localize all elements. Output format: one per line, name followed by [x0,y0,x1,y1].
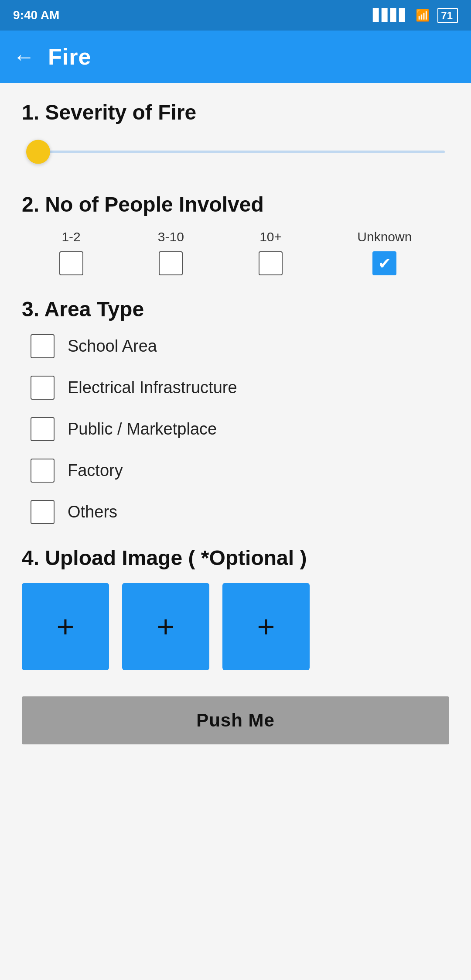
area-label-others: Others [68,503,117,521]
page-title: Fire [48,44,91,70]
back-button[interactable]: ← [13,46,35,68]
area-option-school[interactable]: School Area [31,334,449,358]
area-checkbox-school[interactable] [31,334,55,358]
people-section: 2. No of People Involved 1-2 3-10 10+ Un… [22,192,449,275]
area-option-others[interactable]: Others [31,500,449,524]
status-time: 9:40 AM [13,8,59,22]
people-option-10plus: 10+ [259,230,283,275]
people-checkbox-1-2[interactable] [59,251,83,275]
people-option-unknown: Unknown ✔ [357,230,412,275]
area-checkbox-factory[interactable] [31,459,55,483]
upload-title: 4. Upload Image ( *Optional ) [22,546,449,570]
area-label-electrical: Electrical Infrastructure [68,378,237,397]
people-checkbox-3-10[interactable] [159,251,183,275]
people-checkbox-10plus[interactable] [259,251,283,275]
severity-slider-container [22,137,449,171]
battery-icon: 71 [437,9,458,22]
severity-section: 1. Severity of Fire [22,100,449,171]
people-title: 2. No of People Involved [22,192,449,216]
people-checkbox-unknown[interactable]: ✔ [372,251,396,275]
area-options-list: School Area Electrical Infrastructure Pu… [22,334,449,524]
area-checkbox-public[interactable] [31,417,55,441]
severity-slider-thumb[interactable] [26,140,50,164]
area-checkbox-others[interactable] [31,500,55,524]
people-label-unknown: Unknown [357,230,412,244]
area-option-electrical[interactable]: Electrical Infrastructure [31,376,449,400]
content-area: 1. Severity of Fire 2. No of People Invo… [0,83,471,980]
status-bar: 9:40 AM ▋▋▋▋ 📶 71 [0,0,471,31]
severity-title: 1. Severity of Fire [22,100,449,124]
upload-button-1[interactable]: + [22,583,109,670]
area-checkbox-electrical[interactable] [31,376,55,400]
push-button-container: Push Me [22,696,449,744]
upload-section: 4. Upload Image ( *Optional ) + + + [22,546,449,670]
push-me-button[interactable]: Push Me [22,696,449,744]
wifi-icon: 📶 [416,9,430,22]
area-option-public[interactable]: Public / Marketplace [31,417,449,441]
area-type-section: 3. Area Type School Area Electrical Infr… [22,297,449,524]
people-label-1-2: 1-2 [61,230,80,244]
upload-button-3[interactable]: + [222,583,310,670]
upload-icon-3: + [257,611,275,642]
area-type-title: 3. Area Type [22,297,449,321]
upload-button-2[interactable]: + [122,583,209,670]
people-option-1-2: 1-2 [59,230,83,275]
area-label-public: Public / Marketplace [68,420,217,439]
people-option-3-10: 3-10 [158,230,184,275]
people-checkbox-group: 1-2 3-10 10+ Unknown ✔ [22,230,449,275]
app-bar: ← Fire [0,31,471,83]
area-label-factory: Factory [68,461,123,480]
upload-icon-1: + [57,611,75,642]
area-option-factory[interactable]: Factory [31,459,449,483]
upload-icon-2: + [157,611,175,642]
upload-buttons-row: + + + [22,583,449,670]
area-label-school: School Area [68,337,157,356]
people-label-10plus: 10+ [259,230,282,244]
severity-slider-track[interactable] [26,151,445,153]
signal-icon: ▋▋▋▋ [373,9,408,22]
people-label-3-10: 3-10 [158,230,184,244]
status-icons: ▋▋▋▋ 📶 71 [373,9,458,22]
